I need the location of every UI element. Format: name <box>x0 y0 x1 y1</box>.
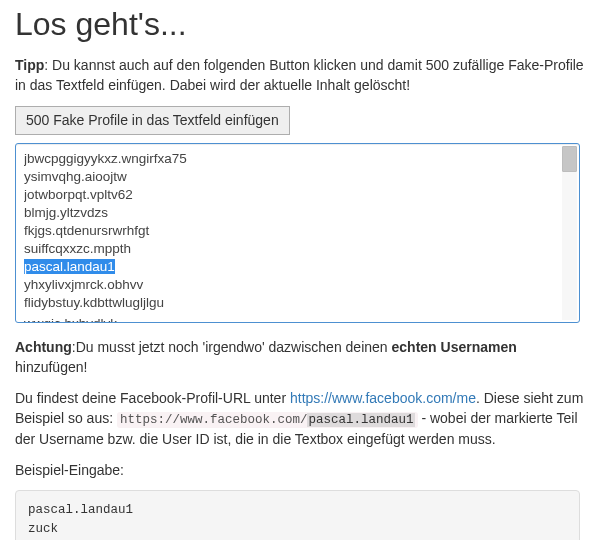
textarea-line-selected: pascal.landau1 <box>24 259 115 274</box>
textarea-line: flidybstuy.kdbttwlugljlgu <box>24 294 559 312</box>
textarea-line: jbwcpggigyykxz.wngirfxa75 <box>24 150 559 168</box>
scrollbar-thumb[interactable] <box>562 146 577 172</box>
example-input-block: pascal.landau1 zuck fake.profil.1337 <box>15 490 580 540</box>
insert-fake-profiles-button[interactable]: 500 Fake Profile in das Textfeld einfüge… <box>15 106 290 136</box>
profile-url-paragraph: Du findest deine Facebook-Profil-URL unt… <box>15 388 585 450</box>
profile-url-highlight: pascal.landau1 <box>307 413 414 427</box>
tip-label: Tipp <box>15 57 44 73</box>
tip-paragraph: Tipp: Du kannst auch auf den folgenden B… <box>15 55 585 96</box>
textarea-line: yhxylivxjmrck.obhvv <box>24 276 559 294</box>
warning-paragraph: Achtung:Du musst jetzt noch 'irgendwo' d… <box>15 337 585 378</box>
profile-before: Du findest deine Facebook-Profil-URL unt… <box>15 390 290 406</box>
textarea-line: ysimvqhg.aioojtw <box>24 168 559 186</box>
warning-before: :Du musst jetzt noch 'irgendwo' dazwisch… <box>72 339 392 355</box>
textarea-line: fkjgs.qtdenursrwrhfgt <box>24 222 559 240</box>
profile-url-code: https://www.facebook.com/pascal.landau1 <box>117 412 418 428</box>
warning-strong: echten Usernamen <box>392 339 517 355</box>
warning-after: hinzufügen! <box>15 359 87 375</box>
textarea-content: jbwcpggigyykxz.wngirfxa75ysimvqhg.aioojt… <box>24 150 559 322</box>
textarea-line: pascal.landau1 <box>24 258 559 276</box>
profiles-textarea[interactable]: jbwcpggigyykxz.wngirfxa75ysimvqhg.aioojt… <box>15 143 580 323</box>
facebook-me-link[interactable]: https://www.facebook.com/me <box>290 390 476 406</box>
tip-text: : Du kannst auch auf den folgenden Butto… <box>15 57 584 93</box>
textarea-line: wwqic.bxbydlyk <box>24 315 117 322</box>
textarea-scrollbar[interactable] <box>562 146 577 320</box>
example-label: Beispiel-Eingabe: <box>15 460 585 480</box>
textarea-line: blmjg.yltzvdzs <box>24 204 559 222</box>
textarea-line: jotwborpqt.vpltv62 <box>24 186 559 204</box>
profile-url-prefix: https://www.facebook.com/ <box>120 413 308 427</box>
textarea-line: suiffcqxxzc.mppth <box>24 240 559 258</box>
warning-label: Achtung <box>15 339 72 355</box>
page-heading: Los geht's... <box>15 6 585 43</box>
